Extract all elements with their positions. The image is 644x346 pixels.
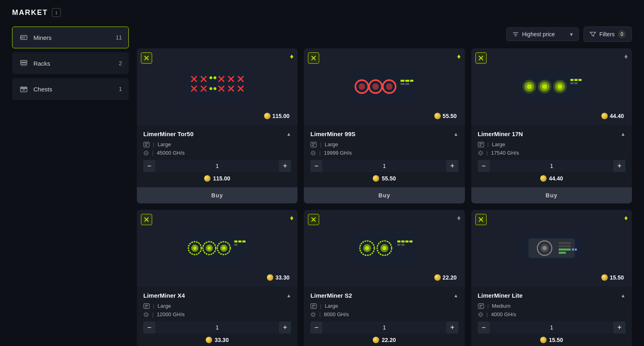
total-price-3: 44.40 [549,175,563,182]
total-coin-icon-5 [373,337,379,343]
expand-icon-5[interactable]: ▲ [454,293,458,298]
total-price-6: 15.50 [549,337,563,343]
expand-icon-1[interactable]: ▲ [286,131,291,137]
card-size-3: | Large [478,141,625,147]
svg-point-88 [222,247,225,250]
svg-rect-52 [400,83,405,85]
svg-rect-73 [574,82,578,84]
racks-label: Racks [33,60,50,67]
card-price-1: 115.00 [272,113,290,119]
sort-dropdown[interactable]: Highest price ▾ [506,27,579,41]
qty-minus-5[interactable]: − [310,321,322,334]
qty-plus-4[interactable]: + [279,321,291,334]
qty-value-1: 1 [155,160,279,172]
card-hashrate-label-6: 4000 GH/s [491,311,516,317]
svg-rect-72 [570,82,574,84]
qty-plus-6[interactable]: + [613,321,625,334]
expand-icon-6[interactable]: ▲ [621,293,625,298]
buy-button-2[interactable]: Buy [304,187,464,203]
sidebar-item-miners[interactable]: Miners 11 [12,27,129,48]
svg-rect-92 [234,244,237,246]
card-badge-right-3: ♦ [624,52,628,61]
hashrate-icon-3 [478,150,483,156]
expand-icon-3[interactable]: ▲ [621,131,625,137]
card-17n: ♦ [471,48,632,203]
svg-point-101 [365,246,369,250]
card-body-5: LimerMiner S2 ▲ | Large | 8000 GH/s [304,286,464,346]
svg-rect-93 [144,304,149,309]
expand-icon-2[interactable]: ▲ [454,131,458,137]
total-price-row-6: 15.50 [478,337,625,343]
svg-point-36 [214,87,217,90]
coin-icon-4 [267,274,273,281]
total-coin-icon-6 [540,337,547,343]
svg-rect-75 [479,143,483,144]
svg-rect-90 [238,240,242,242]
svg-rect-124 [559,252,566,254]
card-title-3: LimerMiner 17N [478,131,523,137]
svg-rect-91 [242,240,246,242]
sidebar: Miners 11 Racks 2 [12,27,129,346]
card-hashrate-label-1: 45000 GH/s [157,150,184,156]
qty-minus-6[interactable]: − [478,321,490,334]
expand-icon-4[interactable]: ▲ [286,293,291,298]
cards-grid: ♦ [137,48,632,346]
total-coin-icon-4 [206,337,212,343]
svg-rect-54 [311,142,316,147]
card-hashrate-4: | 12000 GH/s [143,311,291,317]
sidebar-item-racks[interactable]: Racks 2 [12,52,129,74]
card-hashrate-label-4: 12000 GH/s [157,311,184,317]
qty-minus-1[interactable]: − [143,160,155,172]
filter-count: 0 [618,30,626,38]
card-99s: ♦ [304,48,464,203]
svg-rect-129 [479,307,481,307]
card-price-bubble-3: 44.40 [597,111,628,121]
miners-count: 11 [116,34,122,41]
svg-rect-125 [572,249,574,251]
card-badge-left-5 [308,214,319,225]
buy-button-1[interactable]: Buy [137,187,297,203]
card-body-6: LimerMiner Lite ▲ | Medium | 4000 GH/s [471,286,632,346]
quantity-row-4: − 1 + [143,321,291,334]
svg-point-35 [210,87,213,90]
card-hashrate-6: | 4000 GH/s [478,311,625,317]
info-icon[interactable]: i [52,8,61,17]
svg-point-120 [543,246,547,250]
sidebar-item-chests[interactable]: Chests 1 [12,78,129,100]
qty-minus-2[interactable]: − [310,160,322,172]
svg-rect-107 [405,240,409,242]
card-badge-right-5: ♦ [457,214,460,222]
card-size-label-3: Large [492,141,505,147]
qty-plus-2[interactable]: + [446,160,458,172]
size-icon-3 [478,142,484,147]
qty-minus-4[interactable]: − [143,321,155,334]
qty-plus-5[interactable]: + [446,321,458,334]
card-hashrate-label-3: 17540 GH/s [491,150,519,156]
qty-plus-3[interactable]: + [613,160,625,172]
card-price-6: 15.50 [610,274,624,281]
quantity-row-5: − 1 + [310,321,458,334]
hashrate-icon-4 [143,312,149,317]
svg-rect-95 [145,307,147,307]
page-title: MARKET [12,8,48,17]
svg-rect-110 [401,244,405,246]
card-image-x4: ♦ [137,210,297,286]
buy-button-3[interactable]: Buy [471,187,632,203]
quantity-row-3: − 1 + [478,160,625,172]
chests-icon [19,84,29,94]
svg-rect-37 [144,142,149,147]
card-badge-right-1: ♦ [290,52,293,61]
filter-button[interactable]: Filters 0 [584,27,632,42]
miner-visual-tor50 [186,71,248,102]
qty-plus-1[interactable]: + [279,160,291,172]
svg-point-46 [372,83,379,90]
svg-rect-108 [409,240,413,242]
card-size-1: | Large [143,141,291,147]
card-image-17n: ♦ [471,48,632,125]
card-badge-left-4 [141,214,152,225]
card-price-4: 33.30 [275,274,289,281]
svg-rect-105 [397,240,400,242]
qty-minus-3[interactable]: − [478,160,490,172]
qty-value-6: 1 [490,321,613,334]
svg-rect-127 [478,304,484,309]
